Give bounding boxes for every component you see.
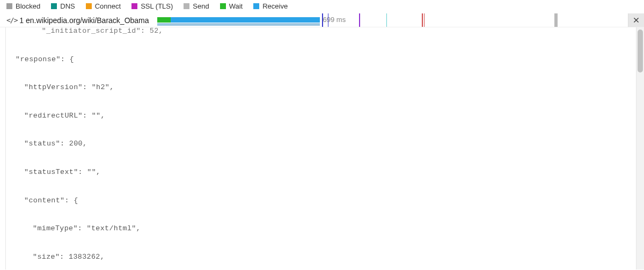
legend-send: Send bbox=[184, 2, 209, 10]
marker-red-1 bbox=[422, 13, 423, 27]
legend-ssl: SSL (TLS) bbox=[131, 2, 173, 10]
code-line: "_initiator_script_id": 52, bbox=[16, 27, 644, 38]
request-url: en.wikipedia.org/wiki/Barack_Obama bbox=[26, 16, 155, 25]
wf-receive-segment bbox=[171, 17, 320, 23]
legend-connect-label: Connect bbox=[95, 2, 121, 10]
code-icon: </> bbox=[6, 16, 18, 24]
swatch-blocked bbox=[6, 3, 12, 9]
legend-blocked: Blocked bbox=[6, 2, 40, 10]
request-index: 1 bbox=[18, 16, 26, 25]
marker-red-2 bbox=[424, 13, 425, 27]
vertical-scrollbar-thumb[interactable] bbox=[638, 30, 643, 72]
marker-cyan bbox=[386, 13, 387, 27]
swatch-dns bbox=[51, 3, 57, 9]
legend-dns-label: DNS bbox=[60, 2, 75, 10]
vertical-scrollbar[interactable] bbox=[636, 27, 644, 269]
legend-receive: Receive bbox=[253, 2, 288, 10]
legend-ssl-label: SSL (TLS) bbox=[141, 2, 173, 10]
code-scroll[interactable]: "_initiator_script_id": 52, "response": … bbox=[6, 27, 644, 269]
swatch-receive bbox=[253, 3, 259, 9]
swatch-ssl bbox=[131, 3, 137, 9]
code-line: "response": { bbox=[16, 53, 644, 67]
code-line: "httpVersion": "h2", bbox=[16, 81, 644, 94]
waterfall: 699 ms bbox=[155, 13, 628, 27]
swatch-wait bbox=[220, 3, 226, 9]
marker-gray-end bbox=[554, 13, 558, 27]
response-json-pane: "_initiator_script_id": 52, "response": … bbox=[5, 27, 644, 269]
code-line: "content": { bbox=[16, 194, 644, 208]
legend-connect: Connect bbox=[86, 2, 121, 10]
wf-wait-segment bbox=[157, 17, 171, 23]
swatch-send bbox=[184, 3, 189, 9]
legend-blocked-label: Blocked bbox=[16, 2, 40, 10]
request-row[interactable]: </> 1 en.wikipedia.org/wiki/Barack_Obama… bbox=[0, 13, 644, 27]
legend-dns: DNS bbox=[51, 2, 75, 10]
code-line: "status": 200, bbox=[16, 137, 644, 151]
close-icon bbox=[633, 17, 640, 24]
legend-send-label: Send bbox=[193, 2, 209, 10]
waterfall-time: 699 ms bbox=[323, 16, 346, 24]
timing-legend: Blocked DNS Connect SSL (TLS) Send Wait … bbox=[0, 0, 644, 13]
code-line: "size": 1383262, bbox=[16, 250, 644, 264]
legend-wait-label: Wait bbox=[229, 2, 243, 10]
wf-underbar bbox=[157, 23, 320, 26]
marker-blue-1 bbox=[322, 13, 323, 27]
code-line: "statusText": "", bbox=[16, 165, 644, 179]
swatch-connect bbox=[86, 3, 92, 9]
code-line: "mimeType": "text/html", bbox=[16, 222, 644, 236]
marker-blue-2 bbox=[328, 13, 328, 27]
legend-wait: Wait bbox=[220, 2, 243, 10]
code-line: "redirectURL": "", bbox=[16, 109, 644, 123]
close-button[interactable] bbox=[628, 13, 644, 27]
legend-receive-label: Receive bbox=[262, 2, 288, 10]
marker-purple bbox=[359, 13, 360, 27]
